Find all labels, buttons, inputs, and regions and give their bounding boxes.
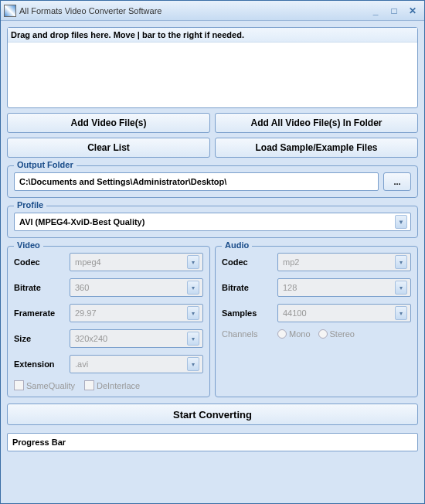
audio-samples-label: Samples: [222, 308, 273, 318]
button-row-2: Clear List Load Sample/Example Files: [7, 138, 418, 158]
content-area: Drag and drop files here. Move | bar to …: [1, 21, 424, 503]
radio-icon: [318, 329, 328, 339]
chevron-down-icon: ▼: [395, 215, 407, 229]
video-bitrate-label: Bitrate: [14, 283, 65, 292]
close-button[interactable]: ✕: [404, 4, 421, 18]
video-framerate-combo[interactable]: 29.97 ▾: [70, 304, 203, 322]
deinterlace-check[interactable]: DeInterlace: [84, 380, 140, 390]
app-window: All Formats Video Converter Software _ □…: [0, 0, 425, 504]
output-folder-group: Output Folder ...: [7, 165, 418, 198]
audio-codec-value: mp2: [283, 257, 395, 267]
video-bitrate-value: 360: [75, 283, 187, 292]
video-codec-combo[interactable]: mpeg4 ▾: [70, 253, 203, 271]
video-bitrate-combo[interactable]: 360 ▾: [70, 278, 203, 297]
chevron-down-icon: ▾: [395, 255, 407, 269]
add-folder-button[interactable]: Add All Video File(s) In Folder: [215, 113, 418, 133]
video-size-label: Size: [14, 334, 65, 343]
chevron-down-icon: ▾: [187, 357, 199, 371]
chevron-down-icon: ▾: [187, 332, 199, 346]
clear-list-button[interactable]: Clear List: [7, 138, 210, 158]
audio-codec-combo[interactable]: mp2 ▾: [277, 253, 411, 271]
video-group: Video Codec mpeg4 ▾ Bitrate 360 ▾: [7, 246, 210, 397]
stereo-radio[interactable]: Stereo: [318, 329, 355, 339]
video-size-value: 320x240: [75, 334, 187, 343]
video-ext-combo[interactable]: .avi ▾: [70, 355, 203, 373]
profile-legend: Profile: [14, 200, 46, 209]
app-icon: [4, 5, 16, 17]
audio-bitrate-value: 128: [283, 283, 395, 292]
dropzone-hint: Drag and drop files here. Move | bar to …: [8, 28, 417, 43]
output-path-input[interactable]: [14, 172, 379, 191]
chevron-down-icon: ▾: [395, 306, 407, 320]
audio-codec-label: Codec: [222, 257, 273, 267]
chevron-down-icon: ▾: [187, 255, 199, 269]
checkbox-icon: [84, 380, 94, 390]
profile-value: AVI (MPEG4-XviD-Best Quality): [19, 217, 395, 226]
maximize-button[interactable]: □: [386, 4, 403, 18]
mono-radio[interactable]: Mono: [277, 329, 311, 339]
checkbox-icon: [14, 380, 24, 390]
chevron-down-icon: ▾: [187, 306, 199, 320]
video-framerate-label: Framerate: [14, 308, 65, 318]
chevron-down-icon: ▾: [187, 281, 199, 295]
same-quality-check[interactable]: SameQuality: [14, 380, 75, 390]
file-dropzone[interactable]: Drag and drop files here. Move | bar to …: [7, 27, 418, 108]
window-title: All Formats Video Converter Software: [19, 6, 366, 15]
radio-icon: [277, 329, 287, 339]
chevron-down-icon: ▾: [395, 281, 407, 295]
start-converting-button[interactable]: Start Converting: [7, 404, 418, 425]
titlebar[interactable]: All Formats Video Converter Software _ □…: [1, 1, 424, 21]
video-codec-value: mpeg4: [75, 257, 187, 267]
audio-samples-value: 44100: [283, 308, 395, 318]
video-framerate-value: 29.97: [75, 308, 187, 318]
audio-bitrate-label: Bitrate: [222, 283, 273, 292]
audio-channels-label: Channels: [222, 329, 273, 339]
stereo-label: Stereo: [330, 329, 355, 339]
deinterlace-label: DeInterlace: [97, 381, 140, 390]
progress-bar: Progress Bar: [7, 433, 418, 451]
audio-samples-combo[interactable]: 44100 ▾: [277, 304, 411, 322]
button-row-1: Add Video File(s) Add All Video File(s) …: [7, 113, 418, 133]
add-video-files-button[interactable]: Add Video File(s): [7, 113, 210, 133]
video-ext-value: .avi: [75, 359, 187, 369]
profile-combo[interactable]: AVI (MPEG4-XviD-Best Quality) ▼: [14, 213, 411, 231]
video-ext-label: Extension: [14, 359, 65, 369]
audio-group: Audio Codec mp2 ▾ Bitrate 128 ▾ S: [215, 246, 418, 397]
audio-legend: Audio: [222, 240, 252, 250]
mono-label: Mono: [289, 329, 311, 339]
video-legend: Video: [14, 240, 43, 250]
same-quality-label: SameQuality: [26, 381, 75, 390]
video-size-combo[interactable]: 320x240 ▾: [70, 329, 203, 348]
output-folder-legend: Output Folder: [14, 160, 76, 169]
audio-bitrate-combo[interactable]: 128 ▾: [277, 278, 411, 297]
video-codec-label: Codec: [14, 257, 65, 267]
browse-button[interactable]: ...: [383, 172, 411, 191]
load-sample-button[interactable]: Load Sample/Example Files: [215, 138, 418, 158]
profile-group: Profile AVI (MPEG4-XviD-Best Quality) ▼: [7, 206, 418, 238]
minimize-button[interactable]: _: [367, 4, 384, 18]
